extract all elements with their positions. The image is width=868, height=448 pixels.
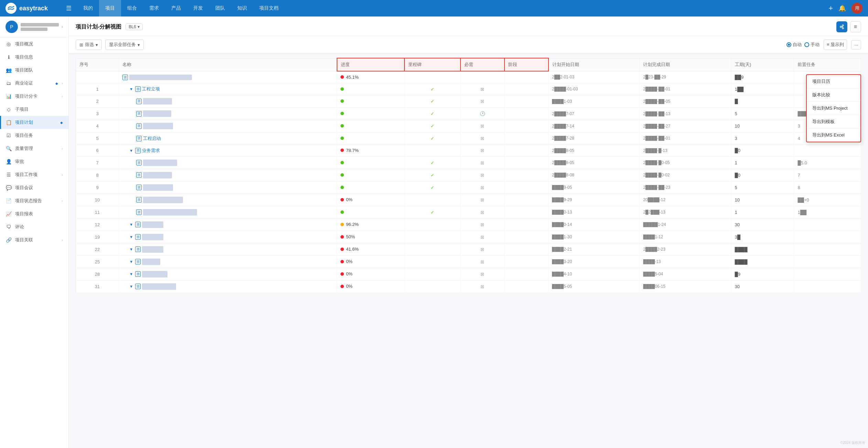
table-row[interactable]: 2 固 █████清██ ✓ ⊠ ████1-03 2████-██-05 █: [76, 95, 861, 108]
nav-item-我的[interactable]: 我的: [77, 0, 99, 17]
table-row[interactable]: 12 ▼ 固 技术███ 96.2% ⊠ ████0-14 █████1-24 …: [76, 218, 861, 231]
sidebar-expand-quality[interactable]: ›: [62, 146, 63, 151]
sidebar-item-quality[interactable]: 🔍 质量管理 ›: [0, 142, 68, 155]
cell-name[interactable]: ▼ 固 系统███: [119, 231, 337, 243]
sidebar-item-relation[interactable]: 🔗 项目关联 ›: [0, 233, 68, 247]
table-row[interactable]: 9 固 ███需求███ ✓ ⊠ ████9-05 2████-██-23 5 …: [76, 181, 861, 194]
table-row[interactable]: 28 ▼ 固 系统上███ 0% ⊠ ████4-10 ████5-04 █9: [76, 268, 861, 280]
nav-item-组合[interactable]: 组合: [121, 0, 143, 17]
sidebar-item-business[interactable]: 🗂 商业论证 ◆ ›: [0, 77, 68, 90]
share-button[interactable]: [836, 21, 847, 32]
version-badge[interactable]: BL6 ▾: [126, 23, 142, 30]
nav-item-项目[interactable]: 项目: [99, 0, 121, 17]
cell-name[interactable]: 固 █████清██: [119, 95, 337, 108]
cell-name[interactable]: 固 ███景████: [119, 169, 337, 181]
manual-mode-radio[interactable]: 手动: [804, 42, 820, 48]
sidebar-item-comment[interactable]: 🗨 评论: [0, 220, 68, 233]
table-row[interactable]: 8 固 ███景████ ✓ ⊠ 2████8-08 2████-█0-02 █…: [76, 169, 861, 181]
table-row[interactable]: 11 固 ████已██电子版、评审... ✓ ⊠ ████0-13 2█2██…: [76, 206, 861, 218]
table-row[interactable]: 固 ████████████████████ 45.1% 2██2-01-03 …: [76, 71, 861, 83]
table-row[interactable]: 31 ▼ 固 产品████订██ 0% ⊠ ████5-05 ████06-15…: [76, 280, 861, 293]
filter-button[interactable]: ⊞ 筛选 ▾: [76, 40, 102, 50]
logo[interactable]: easytrack: [6, 3, 61, 14]
expand-btn-12[interactable]: ▼: [129, 222, 133, 227]
table-row[interactable]: 25 ▼ 固 系统██ 0% ⊠ ████3-20 ████-13 ████: [76, 255, 861, 268]
dropdown-menu-item-0[interactable]: 项目日历: [807, 75, 860, 88]
nav-item-知识[interactable]: 知识: [231, 0, 253, 17]
table-row[interactable]: 22 ▼ 固 软件███ 41.6% ⊠ ████2-21 2████2-23 …: [76, 243, 861, 255]
sidebar-item-status[interactable]: 📄 项目状态报告 ›: [0, 194, 68, 207]
dropdown-menu-item-4[interactable]: 导出到MS Excel: [807, 128, 860, 142]
sidebar-expand-workitem[interactable]: ›: [62, 173, 63, 177]
table-row[interactable]: 7 固 ██业████会签 ✓ ⊠ 2████8-05 2████-█0-05 …: [76, 156, 861, 169]
sidebar-item-plan[interactable]: 📋 项目计划 ◆: [0, 116, 68, 129]
nav-item-团队[interactable]: 团队: [209, 0, 231, 17]
sidebar-item-meeting[interactable]: 💬 项目会议: [0, 181, 68, 194]
cell-name[interactable]: ▼ 固 软件███: [119, 243, 337, 255]
cell-name[interactable]: 固 ██业████会签: [119, 156, 337, 169]
task-name-link[interactable]: 工程启动: [143, 135, 161, 142]
cell-name[interactable]: 固 ████████████████████: [119, 71, 337, 83]
avatar[interactable]: 用: [851, 3, 862, 14]
cell-name[interactable]: ▼ 固 产品████订██: [119, 280, 337, 293]
table-row[interactable]: 5 固 工程启动 ✓ ⊠ 2████7-28 2████-██-01 3 4: [76, 132, 861, 145]
sidebar-item-scorecard[interactable]: 📊 项目计分卡 ›: [0, 90, 68, 103]
expand-btn-17[interactable]: ▼: [129, 284, 133, 288]
expand-btn-1[interactable]: ▼: [129, 87, 133, 91]
expand-btn-14[interactable]: ▼: [129, 247, 133, 251]
cell-name[interactable]: ▼ 固 业务需求: [119, 144, 337, 156]
cell-phase: [504, 218, 549, 231]
sidebar-item-subproject[interactable]: ◇ 子项目: [0, 103, 68, 116]
table-row[interactable]: 3 固 ████<发██ ✓ 🕐 2████7-07 2████-██-13 5…: [76, 108, 861, 120]
cell-name[interactable]: 固 ████<发██: [119, 108, 337, 120]
more-toolbar-button[interactable]: ···: [851, 40, 861, 50]
table-row[interactable]: 6 ▼ 固 业务需求 78.7% ⊠ 2████8-05 2████-█-13 …: [76, 144, 861, 156]
display-columns-button[interactable]: ≡ 显示列: [824, 40, 847, 50]
cell-name[interactable]: ▼ 固 工程立项: [119, 83, 337, 95]
cell-required: ⊠: [460, 255, 504, 268]
sidebar-item-workitem[interactable]: ☰ 项目工作项 ›: [0, 168, 68, 181]
cell-name[interactable]: 固 ████批复██: [119, 120, 337, 132]
cell-name[interactable]: ▼ 固 系统上███: [119, 268, 337, 280]
table-row[interactable]: 1 ▼ 固 工程立项 ✓ ⊠ 2████-01-03 2████-██-01 1…: [76, 83, 861, 95]
sidebar-expand-status[interactable]: ›: [62, 199, 63, 203]
expand-btn-15[interactable]: ▼: [129, 260, 133, 264]
sidebar-item-overview[interactable]: ◎ 项目概况: [0, 37, 68, 51]
show-all-tasks-button[interactable]: 显示全部任务 ▾: [105, 40, 144, 50]
cell-name[interactable]: ▼ 固 系统██: [119, 255, 337, 268]
sidebar-expand-business[interactable]: ›: [62, 81, 63, 85]
sidebar-item-team[interactable]: 👥 项目团队: [0, 64, 68, 77]
cell-name[interactable]: ▼ 固 技术███: [119, 218, 337, 231]
sidebar-item-approval[interactable]: 👤 审批: [0, 155, 68, 168]
sidebar-chevron-icon[interactable]: ›: [62, 24, 63, 29]
task-name-link[interactable]: 业务需求: [142, 147, 160, 154]
table-row[interactable]: 10 固 ███需求███审██ 0% ⊠ ████9-29 20████-12…: [76, 194, 861, 206]
sidebar-item-report[interactable]: 📈 项目报表: [0, 207, 68, 220]
cell-name[interactable]: 固 ███需求███: [119, 181, 337, 194]
expand-btn-6[interactable]: ▼: [129, 149, 133, 153]
sidebar-item-info[interactable]: ℹ 项目信息: [0, 51, 68, 64]
nav-item-产品[interactable]: 产品: [165, 0, 187, 17]
table-row[interactable]: 19 ▼ 固 系统███ 50% ⊠ ████1-30 ████1-12 3█: [76, 231, 861, 243]
sidebar-expand-relation[interactable]: ›: [62, 238, 63, 242]
dropdown-menu-item-1[interactable]: 版本比较: [807, 88, 860, 101]
cell-name[interactable]: 固 ████已██电子版、评审...: [119, 206, 337, 218]
dropdown-menu-item-3[interactable]: 导出到模板: [807, 115, 860, 128]
auto-mode-radio[interactable]: 自动: [786, 42, 802, 48]
expand-btn-13[interactable]: ▼: [129, 235, 133, 239]
hamburger-icon[interactable]: ☰: [66, 4, 72, 12]
task-name-link[interactable]: 工程立项: [142, 86, 160, 92]
nav-item-开发[interactable]: 开发: [187, 0, 209, 17]
more-options-button[interactable]: ≡: [850, 21, 861, 32]
sidebar-item-task[interactable]: ☑ 项目任务: [0, 129, 68, 142]
table-row[interactable]: 4 固 ████批复██ ✓ ⊠ 2████7-14 2████-██-27 1…: [76, 120, 861, 132]
dropdown-menu-item-2[interactable]: 导出到MS Project: [807, 101, 860, 115]
expand-btn-16[interactable]: ▼: [129, 272, 133, 276]
add-icon[interactable]: +: [828, 4, 833, 13]
cell-name[interactable]: 固 工程启动: [119, 132, 337, 145]
cell-name[interactable]: 固 ███需求███审██: [119, 194, 337, 206]
bell-icon[interactable]: 🔔: [838, 4, 846, 12]
nav-item-项目文档[interactable]: 项目文档: [253, 0, 285, 17]
sidebar-expand-scorecard[interactable]: ›: [62, 94, 63, 98]
nav-item-需求[interactable]: 需求: [143, 0, 165, 17]
